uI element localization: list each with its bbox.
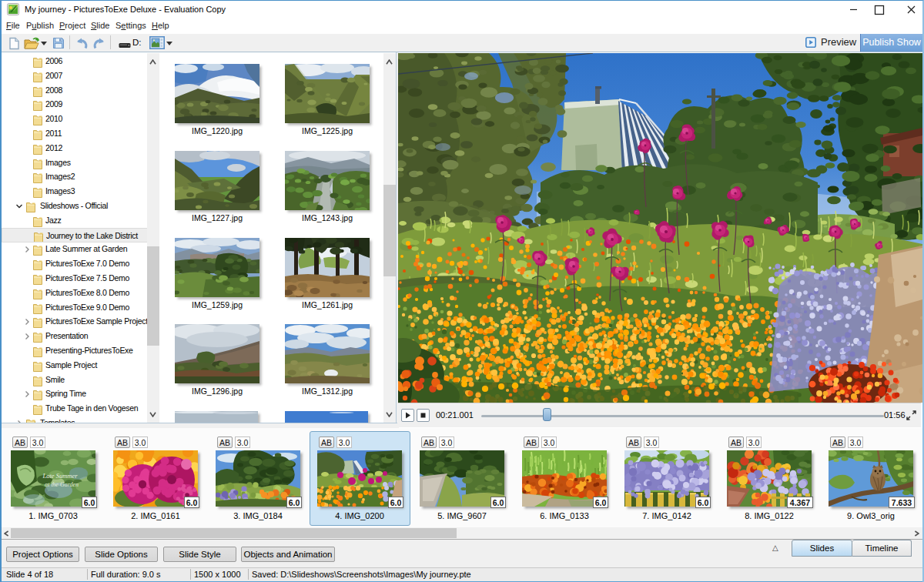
svg-text:at the Garden: at the Garden [45, 481, 79, 488]
svg-text:Late Summer: Late Summer [42, 472, 78, 480]
